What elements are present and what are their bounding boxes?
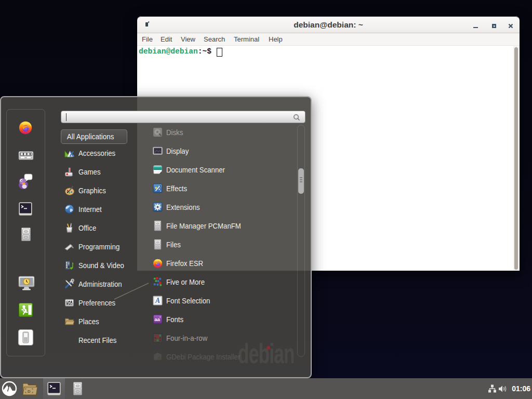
svg-text:D: D bbox=[28, 389, 31, 394]
svg-text:A: A bbox=[155, 297, 160, 304]
svg-text:aa: aa bbox=[154, 316, 160, 322]
